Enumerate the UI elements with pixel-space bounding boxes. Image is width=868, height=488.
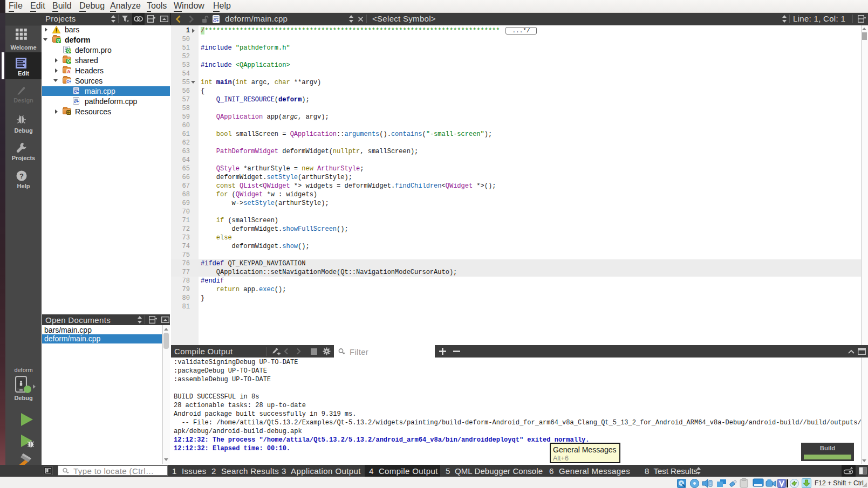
- svg-text:?: ?: [19, 172, 24, 180]
